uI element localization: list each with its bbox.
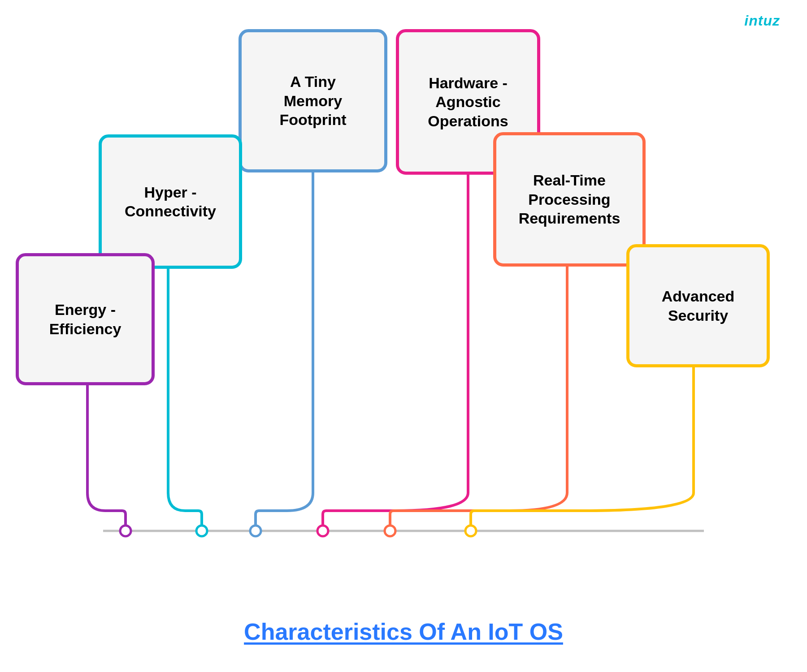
svg-point-1 xyxy=(120,526,131,536)
svg-point-2 xyxy=(196,526,207,536)
energy-efficiency-box: Energy - Efficiency xyxy=(16,253,155,385)
realtime-processing-box: Real-Time Processing Requirements xyxy=(493,132,646,267)
hardware-agnostic-label: Hardware - Agnostic Operations xyxy=(428,73,508,131)
realtime-processing-label: Real-Time Processing Requirements xyxy=(519,171,620,228)
svg-point-5 xyxy=(385,526,395,536)
hyper-connectivity-label: Hyper - Connectivity xyxy=(125,183,216,221)
advanced-security-label: Advanced Security xyxy=(662,287,735,325)
svg-point-3 xyxy=(250,526,261,536)
tiny-memory-box: A Tiny Memory Footprint xyxy=(239,29,387,172)
hyper-connectivity-box: Hyper - Connectivity xyxy=(99,134,242,269)
svg-point-6 xyxy=(465,526,476,536)
intuz-logo: intuz xyxy=(744,13,780,29)
page-title: Characteristics Of An IoT OS xyxy=(244,618,563,645)
tiny-memory-label: A Tiny Memory Footprint xyxy=(279,72,346,129)
svg-point-4 xyxy=(317,526,328,536)
energy-efficiency-label: Energy - Efficiency xyxy=(49,300,121,338)
advanced-security-box: Advanced Security xyxy=(626,244,770,367)
